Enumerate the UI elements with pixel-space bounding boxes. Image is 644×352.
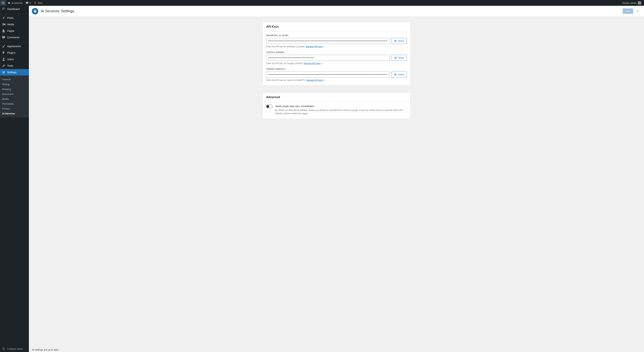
- menu-comments[interactable]: Comments: [0, 34, 29, 41]
- brush-icon: [2, 45, 6, 48]
- comments-icon: [2, 36, 6, 39]
- panel-body: Delete plugin data upon uninstallation B…: [262, 102, 410, 119]
- menu-settings[interactable]: Settings: [0, 69, 29, 76]
- wp-logo[interactable]: [0, 0, 6, 6]
- panel-header: Advanced: [262, 93, 410, 102]
- toggle-knob: [266, 105, 269, 108]
- eye-icon: [394, 73, 397, 76]
- submenu-writing[interactable]: Writing: [0, 82, 29, 87]
- submenu-ai-services[interactable]: AI Services: [0, 111, 29, 116]
- show-button-openai[interactable]: Show: [391, 72, 407, 78]
- submenu-permalinks[interactable]: Permalinks: [0, 101, 29, 106]
- menu-pages[interactable]: Pages: [0, 28, 29, 34]
- menu-label: Plugins: [7, 51, 16, 54]
- sliders-icon: [2, 71, 6, 74]
- content: AI Services: Settings Save API Keys: [29, 6, 644, 352]
- menu-label: Pages: [7, 30, 14, 32]
- menu-users[interactable]: Users: [0, 56, 29, 63]
- user-icon: [2, 58, 6, 61]
- show-label: Show: [398, 73, 404, 76]
- menu-tools[interactable]: Tools: [0, 63, 29, 69]
- page-header: AI Services: Settings Save: [29, 6, 644, 17]
- menu-plugins[interactable]: Plugins: [0, 50, 29, 56]
- manage-api-keys-link[interactable]: Manage API keys: [304, 62, 320, 65]
- toggle-label: Delete plugin data upon uninstallation: [275, 105, 407, 108]
- svg-point-8: [638, 12, 638, 13]
- submenu-privacy[interactable]: Privacy: [0, 106, 29, 111]
- body-scroll[interactable]: API Keys ANTHROPIC (CLAUDE): [29, 17, 644, 352]
- external-link-icon: ↗: [323, 46, 325, 48]
- menu-label: Users: [7, 58, 14, 61]
- menu-label: Comments: [7, 36, 20, 39]
- eye-icon: [394, 40, 397, 43]
- submenu-general[interactable]: General: [0, 77, 29, 82]
- admin-bar: ai-services 0 New Howdy, admin: [0, 0, 644, 6]
- field-label: OPENAI (CHATGPT): [266, 68, 407, 70]
- menu-label: Appearance: [7, 45, 21, 48]
- comments-count: 0: [30, 2, 31, 4]
- field-anthropic: ANTHROPIC (CLAUDE) Show: [266, 34, 407, 48]
- svg-point-2: [34, 11, 35, 12]
- openai-api-key-input[interactable]: [266, 72, 390, 78]
- more-vertical-icon: [636, 10, 640, 13]
- collapse-label: Collapse menu: [7, 347, 23, 350]
- field-google: GOOGLE (GEMINI) Show: [266, 51, 407, 65]
- my-account-link[interactable]: Howdy, admin: [621, 0, 642, 6]
- submenu-discussion[interactable]: Discussion: [0, 92, 29, 97]
- collapse-icon: [2, 347, 6, 350]
- field-label: ANTHROPIC (CLAUDE): [266, 34, 407, 37]
- field-row: Show: [266, 55, 407, 61]
- eye-icon: [394, 56, 397, 59]
- svg-point-6: [638, 10, 638, 10]
- menu-appearance[interactable]: Appearance: [0, 43, 29, 50]
- svg-point-7: [638, 11, 638, 12]
- field-help: Enter the API key for Anthropic (Claude)…: [266, 45, 407, 48]
- manage-api-keys-link[interactable]: Manage API keys: [306, 45, 322, 48]
- toggle-help: By default no data will be deleted, shou…: [275, 109, 407, 115]
- plugin-icon: [2, 51, 6, 55]
- anthropic-api-key-input[interactable]: [266, 38, 390, 44]
- submenu-reading[interactable]: Reading: [0, 87, 29, 92]
- save-button[interactable]: Save: [623, 9, 633, 14]
- panel-api-keys: API Keys ANTHROPIC (CLAUDE): [262, 22, 410, 85]
- menu-posts[interactable]: Posts: [0, 15, 29, 21]
- panel-advanced: Advanced Delete plugin data upon uninsta…: [262, 93, 410, 119]
- submenu-media[interactable]: Media: [0, 97, 29, 101]
- manage-api-keys-link[interactable]: Manage API keys: [306, 79, 323, 82]
- toggle-body: Delete plugin data upon uninstallation B…: [275, 105, 407, 115]
- field-help: Enter the API key for Google (Gemini). M…: [266, 62, 407, 65]
- new-content-label: New: [38, 2, 42, 4]
- svg-rect-1: [34, 11, 36, 12]
- menu-label: Dashboard: [7, 8, 20, 11]
- site-name-link[interactable]: ai-services: [6, 0, 24, 6]
- svg-point-5: [35, 10, 36, 10]
- svg-point-0: [2, 348, 5, 350]
- comment-icon: [26, 2, 28, 4]
- comments-link[interactable]: 0: [24, 0, 32, 6]
- site-name-label: ai-services: [12, 2, 23, 4]
- panel-wrap: API Keys ANTHROPIC (CLAUDE): [262, 22, 410, 119]
- show-button-anthropic[interactable]: Show: [391, 38, 407, 44]
- header-actions: Save: [623, 8, 641, 15]
- menu-separator: [0, 13, 29, 14]
- field-row: Show: [266, 72, 407, 78]
- menu-media[interactable]: Media: [0, 21, 29, 28]
- show-button-google[interactable]: Show: [391, 55, 407, 61]
- delete-data-toggle[interactable]: [266, 105, 273, 108]
- admin-menu: Dashboard Posts Media Pages Comments: [0, 6, 29, 352]
- external-link-icon: ↗: [324, 79, 325, 81]
- app: Dashboard Posts Media Pages Comments: [0, 6, 644, 352]
- panel-title: API Keys: [266, 25, 407, 28]
- menu-label: Media: [7, 23, 14, 26]
- menu-dashboard[interactable]: Dashboard: [0, 6, 29, 12]
- google-api-key-input[interactable]: [266, 55, 390, 61]
- ai-services-icon: [32, 8, 38, 15]
- field-label: GOOGLE (GEMINI): [266, 51, 407, 53]
- svg-point-10: [395, 58, 396, 58]
- status-message: All settings are up to date.: [32, 348, 59, 351]
- more-options-button[interactable]: [634, 8, 641, 15]
- new-content-link[interactable]: New: [32, 0, 44, 6]
- menu-label: Settings: [7, 71, 16, 74]
- panel-header: API Keys: [262, 22, 410, 32]
- collapse-menu[interactable]: Collapse menu: [0, 345, 29, 352]
